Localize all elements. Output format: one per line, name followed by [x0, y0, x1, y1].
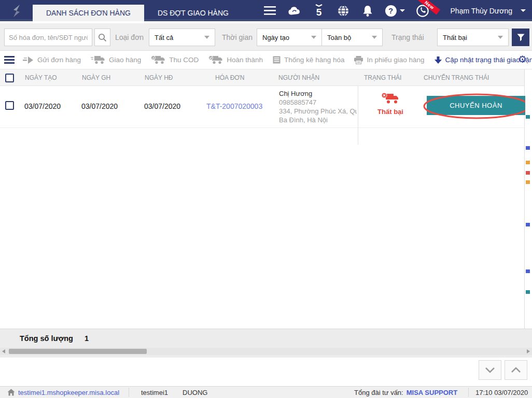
col-trang-thai[interactable]: TRẠNG THÁI: [364, 69, 401, 86]
total-value: 1: [85, 334, 89, 343]
chevron-down-icon: [204, 36, 209, 39]
divider: [468, 388, 469, 397]
tab-danh-sach-don-hang[interactable]: DANH SÁCH ĐƠN HÀNG: [33, 5, 144, 21]
search-input[interactable]: [4, 29, 92, 46]
order-type-label: Loại đơn: [115, 23, 144, 51]
status-cell: Thất bại: [374, 92, 407, 116]
grid-menu-icon[interactable]: [4, 56, 15, 64]
failed-truck-icon: [381, 92, 400, 105]
support-link[interactable]: MISA SUPPORT: [407, 389, 457, 396]
row-checkbox-cell: [5, 101, 14, 110]
search-icon: [98, 33, 107, 42]
tab-ds-dot-giao-hang[interactable]: DS ĐỢT GIAO HÀNG: [144, 5, 242, 21]
status-select[interactable]: Thất bại: [437, 29, 509, 46]
account-name: testimei1: [141, 387, 168, 398]
menu-icon[interactable]: [263, 4, 277, 18]
toolbar-label: Hoàn thành: [227, 56, 263, 64]
printer-icon: [354, 56, 363, 64]
goods-stats-button[interactable]: Thống kê hàng hóa: [273, 56, 344, 64]
site-section: testimei1.mshopkeeper.misa.local: [7, 387, 119, 398]
time-range-value: Toàn bộ: [327, 34, 351, 41]
col-nguoi-nhan[interactable]: NGƯỜI NHẬN: [278, 69, 319, 86]
truck-icon: [91, 55, 105, 64]
order-type-value: Tất cả: [155, 34, 173, 41]
bell-icon[interactable]: [361, 4, 374, 18]
toolbar-label: Gửi đơn hàng: [37, 56, 81, 64]
stats-list-icon: [273, 56, 281, 64]
col-ngay-gh[interactable]: NGÀY GH: [82, 69, 110, 86]
print-delivery-note-button[interactable]: In phiếu giao hàng: [354, 56, 424, 64]
recipient-name: Chị Hương: [279, 89, 357, 98]
site-url-link[interactable]: testimei1.mshopkeeper.misa.local: [18, 389, 119, 396]
scroll-left-arrow-icon[interactable]: [2, 349, 5, 353]
invoice-link[interactable]: T&T-2007020003: [206, 102, 262, 110]
complete-button[interactable]: Hoàn thành: [208, 55, 263, 64]
app-logo-icon: [9, 4, 24, 18]
recipient-address-2: Ba Đình, Hà Nội: [279, 116, 357, 124]
action-toolbar: Gửi đơn hàng Giao hàng đ Thu COD Hoàn th…: [0, 51, 532, 69]
recipient-address-1: 334, Phường Phúc Xá, Quậ: [279, 107, 357, 116]
settings-gear-icon[interactable]: ⚙: [518, 53, 527, 65]
filter-button[interactable]: [512, 29, 529, 46]
nav-right-icons: 5 ? New: [263, 0, 529, 21]
scrollbar-thumb[interactable]: [9, 349, 147, 354]
scroll-up-button[interactable]: [505, 360, 527, 380]
tab-label: DS ĐỢT GIAO HÀNG: [158, 9, 229, 17]
chevron-up-icon: [511, 367, 521, 373]
arrow-down-icon: [435, 56, 442, 64]
update-shipping-status-button[interactable]: Cập nhật trạng thái giao vận: [435, 56, 532, 64]
delivery-date: 03/07/2020: [81, 102, 118, 110]
nav-tabs: DANH SÁCH ĐƠN HÀNG DS ĐỢT GIAO HÀNG: [33, 5, 242, 21]
globe-icon[interactable]: [337, 4, 350, 18]
home-icon[interactable]: [7, 389, 15, 396]
time-field-select[interactable]: Ngày tạo: [257, 29, 322, 46]
user-menu[interactable]: Phạm Thùy Dương: [451, 7, 529, 15]
table-row[interactable]: 03/07/2020 03/07/2020 03/07/2020 T&T-200…: [0, 86, 524, 128]
grid-footer: Tổng số lượng1: [0, 329, 532, 358]
scroll-right-arrow-icon[interactable]: [527, 349, 530, 353]
col-ngay-tao[interactable]: NGÀY TẠO: [25, 69, 57, 86]
send-order-button[interactable]: Gửi đơn hàng: [23, 56, 81, 64]
clipped-fragment: [526, 146, 530, 150]
chuyen-hoan-button[interactable]: CHUYỂN HOÀN: [427, 96, 525, 115]
send-icon: [23, 56, 34, 64]
deliver-button[interactable]: Giao hàng: [91, 55, 141, 64]
select-all-checkbox-cell: [5, 69, 14, 86]
help-glyph: ?: [385, 5, 397, 17]
order-type-select[interactable]: Tất cả: [149, 29, 215, 46]
collect-cod-button[interactable]: đ Thu COD: [151, 55, 199, 64]
top-navbar: DANH SÁCH ĐƠN HÀNG DS ĐỢT GIAO HÀNG 5: [0, 0, 532, 21]
recipient-phone: 0985885747: [279, 98, 357, 107]
clipped-fragment: [526, 290, 530, 294]
col-ngay-hd[interactable]: NGÀY HĐ: [145, 69, 173, 86]
horizontal-scrollbar[interactable]: [0, 348, 532, 355]
help-icon[interactable]: ?: [385, 4, 405, 18]
status-badge: Thất bại: [374, 108, 407, 116]
orders-grid: NGÀY TẠO NGÀY GH NGÀY HĐ HÓA ĐƠN NGƯỜI N…: [0, 69, 525, 329]
clipped-fragment: [526, 269, 530, 273]
svg-text:5: 5: [316, 7, 321, 18]
shop5-logo-icon[interactable]: 5: [312, 4, 326, 18]
scroll-down-button[interactable]: [479, 360, 501, 380]
toolbar-label: Thu COD: [169, 56, 199, 64]
col-chuyen-trang-thai[interactable]: CHUYỂN TRẠNG THÁI: [424, 69, 489, 86]
truck-cod-icon: đ: [151, 55, 165, 64]
chevron-down-icon: [485, 367, 495, 373]
select-all-checkbox[interactable]: [5, 74, 14, 82]
row-checkbox[interactable]: [5, 101, 14, 110]
time-range-select[interactable]: Toàn bộ: [321, 29, 383, 46]
phone-support-icon[interactable]: New: [416, 4, 429, 18]
col-hoa-don[interactable]: HÓA ĐƠN: [215, 69, 244, 86]
clipped-fragment: [526, 223, 530, 226]
search-button[interactable]: [94, 29, 110, 46]
created-date: 03/07/2020: [24, 102, 61, 110]
cloud-sync-icon[interactable]: [288, 4, 301, 18]
support-label: Tổng đài tư vấn:: [354, 389, 403, 396]
grid-header: NGÀY TẠO NGÀY GH NGÀY HĐ HÓA ĐƠN NGƯỜI N…: [0, 69, 524, 86]
chevron-down-icon: [498, 36, 503, 39]
right-clipped-panel: [525, 69, 532, 329]
datetime: 17:10 03/07/2020: [475, 387, 528, 398]
status-bar: testimei1.mshopkeeper.misa.local testime…: [0, 386, 532, 398]
status-value: Thất bại: [443, 34, 467, 41]
truck-check-icon: [208, 55, 223, 64]
